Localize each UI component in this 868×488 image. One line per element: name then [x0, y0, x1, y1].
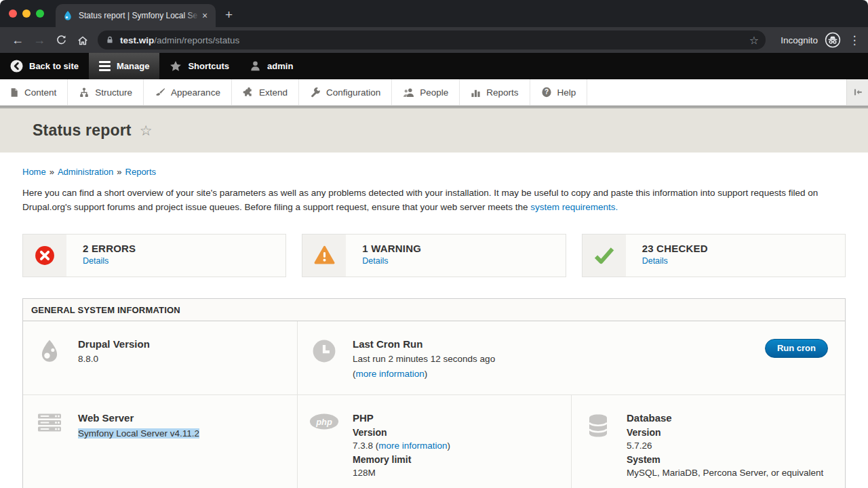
menu-item-help[interactable]: ? Help — [530, 79, 588, 105]
incognito-label: Incognito — [781, 35, 818, 45]
help-icon: ? — [541, 87, 552, 98]
error-icon — [35, 245, 55, 266]
run-cron-button[interactable]: Run cron — [765, 339, 828, 358]
checked-details-link[interactable]: Details — [642, 256, 668, 266]
shortcuts-menu-item[interactable]: Shortcuts — [159, 53, 239, 79]
checkmark-icon — [593, 246, 615, 265]
breadcrumb-separator: » — [117, 167, 121, 177]
drupal-version-value: 8.8.0 — [78, 352, 150, 366]
menu-label-help: Help — [557, 87, 576, 98]
database-icon — [583, 413, 613, 439]
paren-close: ) — [448, 441, 451, 451]
back-to-site-link[interactable]: Back to site — [0, 53, 89, 79]
menu-item-people[interactable]: People — [392, 79, 460, 105]
php-version-label: Version — [353, 427, 450, 438]
warnings-card: 1 WARNING Details — [302, 234, 566, 277]
configuration-icon — [310, 87, 321, 98]
menu-label-content: Content — [24, 87, 56, 98]
back-icon[interactable]: ← — [7, 34, 28, 46]
new-tab-button[interactable]: + — [225, 7, 233, 22]
errors-details-link[interactable]: Details — [83, 256, 108, 266]
reload-icon[interactable] — [50, 34, 72, 47]
breadcrumb-home-link[interactable]: Home — [22, 167, 46, 177]
incognito-icon[interactable] — [825, 32, 841, 48]
selected-text: Symfony Local Server v4.11.2 — [78, 428, 199, 439]
database-version-value: 5.7.26 — [627, 439, 823, 453]
paren-close: ) — [425, 369, 428, 379]
system-info-panel: GENERAL SYSTEM INFORMATION Drupal Versio… — [22, 298, 846, 488]
system-requirements-link[interactable]: system requirements. — [530, 202, 618, 212]
extend-icon — [243, 87, 254, 98]
window-zoom-button[interactable] — [36, 9, 44, 18]
content-icon — [9, 87, 19, 98]
manage-menu-item[interactable]: Manage — [89, 53, 159, 79]
warnings-count-label: 1 WARNING — [362, 243, 421, 254]
page-header: Status report ☆ — [0, 108, 868, 152]
favorite-star-icon[interactable]: ☆ — [140, 123, 153, 139]
bookmark-star-icon[interactable]: ☆ — [749, 34, 759, 47]
browser-menu-icon[interactable]: ⋮ — [848, 33, 861, 47]
database-version-label: Version — [627, 427, 823, 438]
web-server-value: Symfony Local Server v4.11.2 — [78, 427, 199, 441]
hamburger-icon — [99, 61, 111, 71]
menu-item-structure[interactable]: Structure — [68, 79, 144, 105]
intro-text: Here you can find a short overview of yo… — [22, 188, 818, 212]
php-cell: php PHP Version 7.3.8 (more information)… — [297, 395, 571, 488]
php-version-value: 7.3.8 (more information) — [353, 439, 450, 453]
intro-paragraph: Here you can find a short overview of yo… — [22, 186, 846, 215]
drupal-admin-toolbar: Back to site Manage Shortcuts admin — [0, 53, 868, 79]
error-icon-box — [23, 235, 66, 277]
menu-item-appearance[interactable]: Appearance — [144, 79, 232, 105]
svg-text:?: ? — [545, 88, 549, 96]
menu-item-content[interactable]: Content — [0, 79, 68, 105]
php-title: PHP — [353, 411, 450, 425]
php-memory-limit-value: 128M — [353, 466, 450, 480]
home-icon[interactable] — [72, 33, 94, 46]
cron-status-text: Last run 2 minutes 12 seconds ago — [353, 352, 495, 366]
menu-item-configuration[interactable]: Configuration — [299, 79, 392, 105]
breadcrumb-administration-link[interactable]: Administration — [58, 167, 113, 177]
breadcrumb: Home»Administration»Reports — [22, 167, 846, 177]
menu-label-extend: Extend — [259, 87, 288, 98]
url-path: /admin/reports/status — [154, 35, 239, 45]
drupal-favicon-icon — [62, 10, 73, 21]
forward-icon[interactable]: → — [28, 34, 50, 46]
cron-more-information-link[interactable]: more information — [356, 369, 425, 379]
toolbar-collapse-button[interactable] — [846, 79, 868, 105]
browser-toolbar: ← → test.wip/admin/reports/status ☆ Inco… — [0, 27, 868, 53]
menu-label-configuration: Configuration — [326, 87, 380, 98]
star-icon — [170, 60, 182, 73]
web-server-cell: Web Server Symfony Local Server v4.11.2 — [23, 395, 297, 488]
menu-item-extend[interactable]: Extend — [232, 79, 299, 105]
warning-icon-box — [302, 235, 346, 277]
address-bar[interactable]: test.wip/admin/reports/status ☆ — [98, 30, 766, 49]
status-cards: 2 ERRORS Details 1 WARNING Details 23 CH… — [22, 234, 846, 277]
drupal-menu-toolbar: Content Structure Appearance Extend Conf… — [0, 79, 868, 106]
menu-item-reports[interactable]: Reports — [460, 79, 530, 105]
checked-card: 23 CHECKED Details — [582, 234, 846, 277]
admin-user-menu-item[interactable]: admin — [239, 53, 303, 79]
warnings-details-link[interactable]: Details — [362, 256, 388, 266]
database-system-value: MySQL, MariaDB, Percona Server, or equiv… — [627, 466, 823, 480]
collapse-left-icon — [852, 87, 863, 97]
window-minimize-button[interactable] — [22, 9, 31, 18]
database-cell: Database Version 5.7.26 System MySQL, Ma… — [571, 395, 845, 488]
back-to-site-label: Back to site — [29, 61, 79, 71]
window-close-button[interactable] — [9, 9, 17, 18]
tab-close-icon[interactable]: × — [199, 10, 210, 21]
checked-icon-box — [583, 235, 626, 277]
web-server-title: Web Server — [78, 411, 199, 425]
admin-user-label: admin — [267, 61, 293, 71]
people-icon — [403, 87, 414, 98]
last-cron-run-title: Last Cron Run — [353, 338, 495, 351]
browser-tab[interactable]: Status report | Symfony Local Se × — [56, 4, 216, 27]
drupal-version-cell: Drupal Version 8.8.0 — [23, 321, 297, 396]
menu-label-structure: Structure — [95, 87, 132, 98]
php-more-information-link[interactable]: more information — [378, 441, 447, 451]
drupal-version-title: Drupal Version — [78, 338, 150, 351]
warning-icon — [314, 245, 335, 265]
last-cron-run-cell: Last Cron Run Last run 2 minutes 12 seco… — [297, 321, 845, 396]
back-circle-icon — [10, 60, 23, 73]
breadcrumb-separator: » — [50, 167, 54, 177]
breadcrumb-reports-link[interactable]: Reports — [125, 167, 157, 177]
